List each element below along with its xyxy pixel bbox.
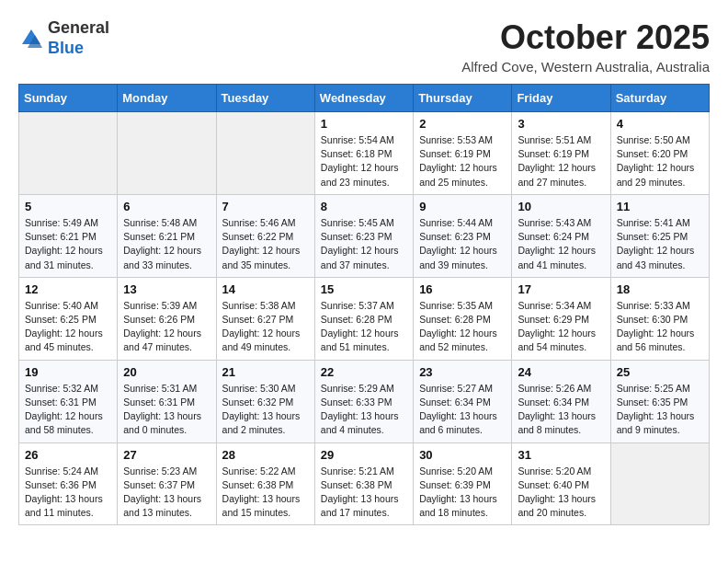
logo-general: General bbox=[48, 18, 109, 37]
day-info: Sunrise: 5:21 AM Sunset: 6:38 PM Dayligh… bbox=[321, 465, 407, 521]
weekday-header-tuesday: Tuesday bbox=[216, 85, 314, 112]
day-info: Sunrise: 5:43 AM Sunset: 6:24 PM Dayligh… bbox=[518, 216, 604, 272]
day-number: 25 bbox=[617, 365, 703, 379]
day-number: 19 bbox=[25, 365, 111, 379]
day-number: 18 bbox=[617, 282, 703, 296]
calendar-week-row: 5Sunrise: 5:49 AM Sunset: 6:21 PM Daylig… bbox=[19, 194, 710, 277]
day-number: 8 bbox=[321, 200, 407, 213]
day-info: Sunrise: 5:46 AM Sunset: 6:22 PM Dayligh… bbox=[222, 216, 309, 272]
calendar-cell: 3Sunrise: 5:51 AM Sunset: 6:19 PM Daylig… bbox=[512, 112, 610, 195]
day-number: 4 bbox=[617, 117, 703, 131]
day-info: Sunrise: 5:40 AM Sunset: 6:25 PM Dayligh… bbox=[25, 299, 111, 355]
weekday-header-friday: Friday bbox=[512, 85, 610, 112]
day-info: Sunrise: 5:51 AM Sunset: 6:19 PM Dayligh… bbox=[518, 133, 604, 190]
day-number: 1 bbox=[321, 117, 407, 131]
day-number: 26 bbox=[25, 448, 111, 462]
day-info: Sunrise: 5:34 AM Sunset: 6:29 PM Dayligh… bbox=[518, 299, 604, 355]
calendar-cell: 13Sunrise: 5:39 AM Sunset: 6:26 PM Dayli… bbox=[118, 277, 216, 360]
calendar-cell: 21Sunrise: 5:30 AM Sunset: 6:32 PM Dayli… bbox=[216, 360, 314, 442]
day-info: Sunrise: 5:41 AM Sunset: 6:25 PM Dayligh… bbox=[617, 216, 703, 272]
day-number: 6 bbox=[123, 200, 210, 213]
day-info: Sunrise: 5:53 AM Sunset: 6:19 PM Dayligh… bbox=[419, 133, 506, 190]
calendar-cell bbox=[610, 442, 709, 525]
calendar-cell: 22Sunrise: 5:29 AM Sunset: 6:33 PM Dayli… bbox=[314, 360, 413, 442]
day-info: Sunrise: 5:35 AM Sunset: 6:28 PM Dayligh… bbox=[419, 299, 506, 355]
day-info: Sunrise: 5:48 AM Sunset: 6:21 PM Dayligh… bbox=[123, 216, 210, 272]
day-number: 27 bbox=[123, 448, 210, 462]
logo-text: General Blue bbox=[48, 18, 109, 58]
day-info: Sunrise: 5:50 AM Sunset: 6:20 PM Dayligh… bbox=[617, 133, 703, 190]
calendar-cell: 20Sunrise: 5:31 AM Sunset: 6:31 PM Dayli… bbox=[118, 360, 216, 442]
calendar-cell bbox=[118, 112, 216, 195]
day-info: Sunrise: 5:49 AM Sunset: 6:21 PM Dayligh… bbox=[25, 216, 111, 272]
calendar-cell: 26Sunrise: 5:24 AM Sunset: 6:36 PM Dayli… bbox=[19, 442, 118, 525]
weekday-header-sunday: Sunday bbox=[19, 85, 118, 112]
day-number: 31 bbox=[518, 448, 604, 462]
calendar-cell: 17Sunrise: 5:34 AM Sunset: 6:29 PM Dayli… bbox=[512, 277, 610, 360]
day-info: Sunrise: 5:20 AM Sunset: 6:39 PM Dayligh… bbox=[419, 465, 506, 521]
day-info: Sunrise: 5:27 AM Sunset: 6:34 PM Dayligh… bbox=[419, 382, 506, 438]
calendar-cell: 31Sunrise: 5:20 AM Sunset: 6:40 PM Dayli… bbox=[512, 442, 610, 525]
day-info: Sunrise: 5:23 AM Sunset: 6:37 PM Dayligh… bbox=[123, 465, 210, 521]
logo-blue: Blue bbox=[48, 39, 84, 57]
calendar-cell: 29Sunrise: 5:21 AM Sunset: 6:38 PM Dayli… bbox=[314, 442, 413, 525]
day-number: 5 bbox=[25, 200, 111, 213]
day-info: Sunrise: 5:30 AM Sunset: 6:32 PM Dayligh… bbox=[222, 382, 309, 438]
day-number: 3 bbox=[518, 117, 604, 131]
day-number: 20 bbox=[123, 365, 210, 379]
day-number: 12 bbox=[25, 282, 111, 296]
day-number: 9 bbox=[419, 200, 506, 213]
day-number: 14 bbox=[222, 282, 309, 296]
day-number: 2 bbox=[419, 117, 506, 131]
calendar-cell: 6Sunrise: 5:48 AM Sunset: 6:21 PM Daylig… bbox=[118, 194, 216, 277]
day-info: Sunrise: 5:45 AM Sunset: 6:23 PM Dayligh… bbox=[321, 216, 407, 272]
day-info: Sunrise: 5:33 AM Sunset: 6:30 PM Dayligh… bbox=[617, 299, 703, 355]
month-title: October 2025 bbox=[461, 18, 710, 57]
day-info: Sunrise: 5:22 AM Sunset: 6:38 PM Dayligh… bbox=[222, 465, 309, 521]
day-number: 22 bbox=[321, 365, 407, 379]
calendar-cell: 10Sunrise: 5:43 AM Sunset: 6:24 PM Dayli… bbox=[512, 194, 610, 277]
calendar-cell: 25Sunrise: 5:25 AM Sunset: 6:35 PM Dayli… bbox=[610, 360, 709, 442]
calendar-week-row: 1Sunrise: 5:54 AM Sunset: 6:18 PM Daylig… bbox=[19, 112, 710, 195]
day-info: Sunrise: 5:24 AM Sunset: 6:36 PM Dayligh… bbox=[25, 465, 111, 521]
calendar-week-row: 19Sunrise: 5:32 AM Sunset: 6:31 PM Dayli… bbox=[19, 360, 710, 442]
calendar-table: SundayMondayTuesdayWednesdayThursdayFrid… bbox=[18, 84, 710, 525]
weekday-header-thursday: Thursday bbox=[414, 85, 512, 112]
calendar-cell: 1Sunrise: 5:54 AM Sunset: 6:18 PM Daylig… bbox=[314, 112, 413, 195]
calendar-cell: 5Sunrise: 5:49 AM Sunset: 6:21 PM Daylig… bbox=[19, 194, 118, 277]
day-number: 21 bbox=[222, 365, 309, 379]
calendar-cell: 7Sunrise: 5:46 AM Sunset: 6:22 PM Daylig… bbox=[216, 194, 314, 277]
day-number: 11 bbox=[617, 200, 703, 213]
calendar-cell bbox=[216, 112, 314, 195]
calendar-cell: 14Sunrise: 5:38 AM Sunset: 6:27 PM Dayli… bbox=[216, 277, 314, 360]
calendar-cell: 30Sunrise: 5:20 AM Sunset: 6:39 PM Dayli… bbox=[414, 442, 512, 525]
day-info: Sunrise: 5:26 AM Sunset: 6:34 PM Dayligh… bbox=[518, 382, 604, 438]
calendar-cell: 18Sunrise: 5:33 AM Sunset: 6:30 PM Dayli… bbox=[610, 277, 709, 360]
logo-icon bbox=[18, 26, 44, 52]
calendar-cell: 28Sunrise: 5:22 AM Sunset: 6:38 PM Dayli… bbox=[216, 442, 314, 525]
day-number: 10 bbox=[518, 200, 604, 213]
day-number: 15 bbox=[321, 282, 407, 296]
day-number: 30 bbox=[419, 448, 506, 462]
calendar-cell: 12Sunrise: 5:40 AM Sunset: 6:25 PM Dayli… bbox=[19, 277, 118, 360]
day-number: 17 bbox=[518, 282, 604, 296]
calendar-cell: 4Sunrise: 5:50 AM Sunset: 6:20 PM Daylig… bbox=[610, 112, 709, 195]
weekday-header-wednesday: Wednesday bbox=[314, 85, 413, 112]
day-info: Sunrise: 5:44 AM Sunset: 6:23 PM Dayligh… bbox=[419, 216, 506, 272]
day-number: 13 bbox=[123, 282, 210, 296]
day-number: 16 bbox=[419, 282, 506, 296]
page-header: General Blue October 2025 Alfred Cove, W… bbox=[18, 18, 710, 75]
day-info: Sunrise: 5:38 AM Sunset: 6:27 PM Dayligh… bbox=[222, 299, 309, 355]
calendar-cell: 23Sunrise: 5:27 AM Sunset: 6:34 PM Dayli… bbox=[414, 360, 512, 442]
calendar-cell: 9Sunrise: 5:44 AM Sunset: 6:23 PM Daylig… bbox=[414, 194, 512, 277]
calendar-cell: 19Sunrise: 5:32 AM Sunset: 6:31 PM Dayli… bbox=[19, 360, 118, 442]
logo: General Blue bbox=[18, 18, 109, 58]
day-info: Sunrise: 5:39 AM Sunset: 6:26 PM Dayligh… bbox=[123, 299, 210, 355]
calendar-week-row: 26Sunrise: 5:24 AM Sunset: 6:36 PM Dayli… bbox=[19, 442, 710, 525]
weekday-header-saturday: Saturday bbox=[610, 85, 709, 112]
calendar-cell: 15Sunrise: 5:37 AM Sunset: 6:28 PM Dayli… bbox=[314, 277, 413, 360]
day-number: 23 bbox=[419, 365, 506, 379]
calendar-cell: 2Sunrise: 5:53 AM Sunset: 6:19 PM Daylig… bbox=[414, 112, 512, 195]
day-info: Sunrise: 5:25 AM Sunset: 6:35 PM Dayligh… bbox=[617, 382, 703, 438]
day-number: 28 bbox=[222, 448, 309, 462]
